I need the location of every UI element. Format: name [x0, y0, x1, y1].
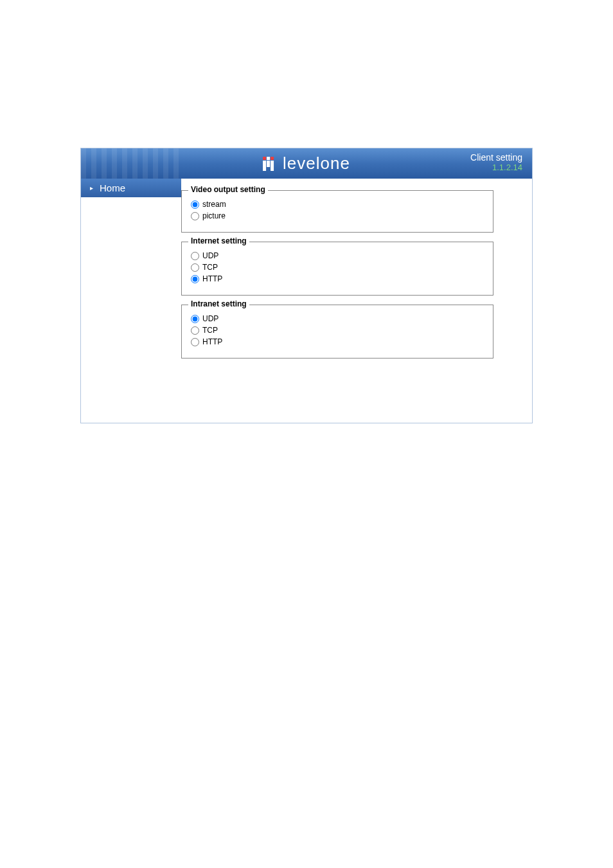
- client-setting-label[interactable]: Client setting: [470, 152, 522, 163]
- radio-label-intranet-udp: UDP: [202, 314, 218, 323]
- svg-rect-4: [267, 161, 270, 167]
- radio-intranet-http[interactable]: [191, 338, 199, 346]
- radio-label-internet-udp: UDP: [202, 251, 218, 260]
- radio-row-internet-udp[interactable]: UDP: [191, 251, 484, 260]
- sidebar-item-label: Home: [100, 182, 125, 193]
- radio-picture[interactable]: [191, 212, 199, 220]
- header-pattern: [81, 148, 181, 179]
- sidebar-item-home[interactable]: ▸ Home: [81, 179, 181, 197]
- video-output-fieldset: Video output setting stream picture: [181, 190, 493, 233]
- video-output-legend: Video output setting: [188, 185, 268, 194]
- radio-intranet-udp[interactable]: [191, 315, 199, 323]
- svg-rect-2: [271, 157, 274, 160]
- radio-internet-tcp[interactable]: [191, 263, 199, 272]
- radio-label-internet-tcp: TCP: [202, 263, 218, 272]
- header-bar: levelone Client setting 1.1.2.14: [81, 148, 532, 179]
- logo: levelone: [263, 154, 350, 173]
- version-text: 1.1.2.14: [470, 163, 522, 172]
- app-window: levelone Client setting 1.1.2.14 ▸ Home …: [80, 148, 533, 423]
- radio-stream[interactable]: [191, 200, 199, 209]
- internet-fieldset: Internet setting UDP TCP HTTP: [181, 242, 493, 296]
- chevron-right-icon: ▸: [90, 184, 93, 191]
- intranet-fieldset: Intranet setting UDP TCP HTTP: [181, 305, 493, 359]
- radio-row-internet-http[interactable]: HTTP: [191, 274, 484, 283]
- radio-row-stream[interactable]: stream: [191, 200, 484, 209]
- svg-rect-0: [263, 157, 266, 160]
- svg-rect-3: [263, 161, 266, 171]
- intranet-legend: Intranet setting: [188, 299, 249, 308]
- sidebar: ▸ Home: [81, 179, 181, 423]
- radio-label-stream: stream: [202, 200, 226, 209]
- radio-intranet-tcp[interactable]: [191, 326, 199, 335]
- radio-row-picture[interactable]: picture: [191, 211, 484, 220]
- radio-row-intranet-udp[interactable]: UDP: [191, 314, 484, 323]
- radio-row-internet-tcp[interactable]: TCP: [191, 263, 484, 272]
- radio-label-intranet-tcp: TCP: [202, 326, 218, 335]
- radio-row-intranet-http[interactable]: HTTP: [191, 337, 484, 346]
- radio-row-intranet-tcp[interactable]: TCP: [191, 326, 484, 335]
- main-content: Video output setting stream picture Inte…: [181, 179, 532, 423]
- radio-internet-udp[interactable]: [191, 252, 199, 260]
- levelone-logo-icon: [263, 157, 280, 171]
- content-area: ▸ Home Video output setting stream pictu…: [81, 179, 532, 423]
- header-right: Client setting 1.1.2.14: [470, 152, 522, 172]
- svg-rect-1: [267, 157, 270, 160]
- radio-label-internet-http: HTTP: [202, 274, 222, 283]
- radio-label-picture: picture: [202, 211, 226, 220]
- radio-internet-http[interactable]: [191, 275, 199, 283]
- internet-legend: Internet setting: [188, 236, 249, 245]
- svg-rect-5: [271, 161, 274, 171]
- logo-text: levelone: [283, 154, 350, 173]
- radio-label-intranet-http: HTTP: [202, 337, 222, 346]
